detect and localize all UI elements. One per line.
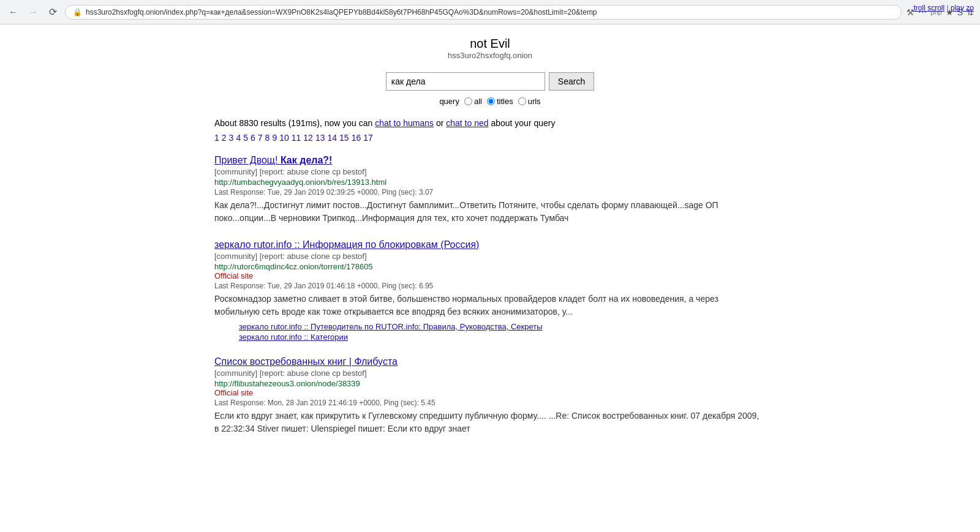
sub-link-2[interactable]: зеркало rutor.info :: Категории (239, 332, 766, 342)
page-16[interactable]: 16 (352, 133, 361, 143)
page-3[interactable]: 3 (229, 133, 234, 143)
option-urls-radio[interactable] (518, 97, 526, 105)
url-text: hss3uro2hsxfogfq.onion/index.php?q=как+д… (86, 8, 597, 17)
search-button[interactable]: Search (549, 72, 594, 91)
result-title: Привет Двощ! Как дела?! (214, 155, 766, 166)
option-all-radio[interactable] (464, 97, 472, 105)
result-url-link[interactable]: http://flibustahezeous3.onion/node/38339 (214, 379, 360, 388)
sub-links: зеркало rutor.info :: Путеводитель по RU… (239, 322, 766, 342)
option-all-label[interactable]: all (464, 97, 482, 106)
result-url: http://rutorc6mqdinc4cz.onion/torrent/17… (214, 262, 766, 271)
search-input[interactable] (386, 72, 545, 91)
result-title: Список востребованных книг | Флибуста (214, 356, 766, 367)
page-6[interactable]: 6 (251, 133, 255, 143)
lock-icon: 🔒 (73, 8, 82, 17)
reload-button[interactable]: ⟳ (45, 5, 60, 20)
page-13[interactable]: 13 (315, 133, 325, 143)
result-meta: [community] [report: abuse clone cp best… (214, 252, 766, 261)
or-label: or (436, 118, 446, 128)
result-url-link[interactable]: http://rutorc6mqdinc4cz.onion/torrent/17… (214, 262, 373, 271)
result-url-link[interactable]: http://tumbachegvyaadyq.onion/b/res/1391… (214, 178, 386, 187)
result-snippet: Если кто вдруг знает, как прикрутить к Г… (214, 410, 766, 435)
results-info: About 8830 results (191ms), now you can … (214, 118, 766, 128)
address-bar[interactable]: 🔒 hss3uro2hsxfogfq.onion/index.php?q=как… (65, 5, 902, 20)
page-1[interactable]: 1 (214, 133, 219, 143)
page-10[interactable]: 10 (279, 133, 289, 143)
top-right-links: troll scroll | play zo (914, 4, 974, 12)
option-titles-label[interactable]: titles (487, 97, 513, 106)
page-8[interactable]: 8 (265, 133, 270, 143)
result-url: http://flibustahezeous3.onion/node/38339 (214, 379, 766, 388)
result-snippet: Роскомнадзор заметно сливает в этой битв… (214, 293, 766, 318)
about-query: about your query (491, 118, 555, 128)
troll-scroll-link[interactable]: troll scroll (914, 4, 945, 12)
result-item: Список востребованных книг | Флибуста [c… (214, 356, 766, 435)
official-site-badge: Official site (214, 271, 766, 280)
back-button[interactable]: ← (6, 5, 21, 20)
page-content: not Evil hss3uro2hsxfogfq.onion Search q… (214, 24, 766, 462)
site-domain: hss3uro2hsxfogfq.onion (214, 51, 766, 60)
option-titles-text: titles (497, 97, 513, 106)
page-15[interactable]: 15 (339, 133, 349, 143)
chat-humans-link[interactable]: chat to humans (375, 118, 434, 128)
page-14[interactable]: 14 (327, 133, 337, 143)
option-urls-text: urls (528, 97, 541, 106)
option-titles-radio[interactable] (487, 97, 495, 105)
option-urls-label[interactable]: urls (518, 97, 541, 106)
results-summary: About 8830 results (191ms), now you can (214, 118, 372, 128)
result-meta: [community] [report: abuse clone cp best… (214, 369, 766, 378)
pagination: 1 2 3 4 5 6 7 8 9 10 11 12 13 14 15 16 1… (214, 133, 766, 143)
result-snippet: Как дела?!...Достигнут лимит постов...До… (214, 199, 766, 225)
result-title: зеркало rutor.info :: Информация по блок… (214, 239, 766, 250)
option-all-text: all (474, 97, 482, 106)
search-options: query all titles urls (214, 97, 766, 106)
browser-chrome: ← → ⟳ 🔒 hss3uro2hsxfogfq.onion/index.php… (0, 0, 980, 24)
search-form: Search (214, 72, 766, 91)
result-item: Привет Двощ! Как дела?! [community] [rep… (214, 155, 766, 225)
page-7[interactable]: 7 (258, 133, 263, 143)
result-ping: Last Response: Tue, 29 Jan 2019 02:39:25… (214, 188, 766, 197)
sub-link-1[interactable]: зеркало rutor.info :: Путеводитель по RU… (239, 322, 766, 331)
page-4[interactable]: 4 (236, 133, 241, 143)
result-title-link[interactable]: зеркало rutor.info :: Информация по блок… (214, 239, 479, 250)
chat-ned-link[interactable]: chat to ned (446, 118, 488, 128)
forward-button[interactable]: → (26, 5, 40, 20)
page-9[interactable]: 9 (272, 133, 277, 143)
page-12[interactable]: 12 (303, 133, 313, 143)
result-title-link[interactable]: Список востребованных книг | Флибуста (214, 356, 398, 367)
result-title-link[interactable]: Привет Двощ! Как дела?! (214, 155, 332, 165)
result-ping: Last Response: Tue, 29 Jan 2019 01:46:18… (214, 282, 766, 290)
result-ping: Last Response: Mon, 28 Jan 2019 21:46:19… (214, 399, 766, 407)
page-17[interactable]: 17 (363, 133, 373, 143)
play-zo-link[interactable]: play zo (951, 4, 974, 12)
page-2[interactable]: 2 (222, 133, 227, 143)
result-meta: [community] [report: abuse clone cp best… (214, 167, 766, 176)
result-url: http://tumbachegvyaadyq.onion/b/res/1391… (214, 178, 766, 187)
page-5[interactable]: 5 (243, 133, 248, 143)
site-header: not Evil hss3uro2hsxfogfq.onion (214, 37, 766, 60)
page-11[interactable]: 11 (292, 133, 301, 143)
query-label: query (439, 97, 459, 106)
official-site-badge: Official site (214, 388, 766, 397)
result-item: зеркало rutor.info :: Информация по блок… (214, 239, 766, 342)
site-title: not Evil (214, 37, 766, 51)
